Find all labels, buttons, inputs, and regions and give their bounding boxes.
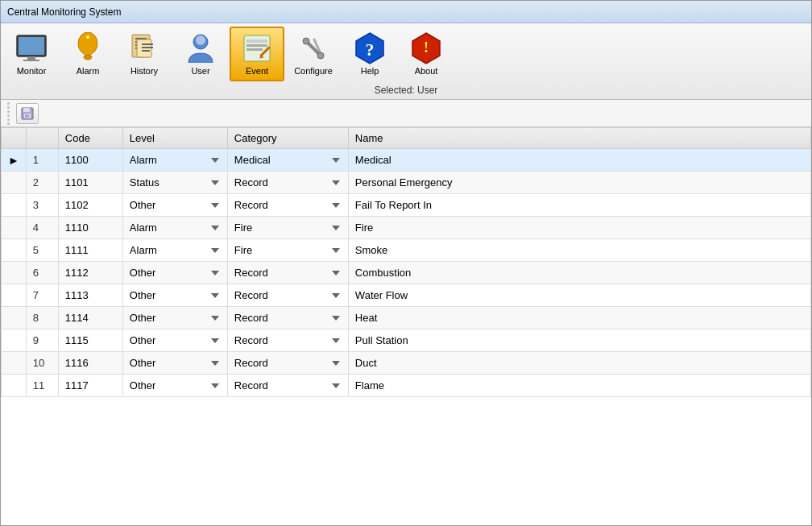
history-icon (128, 32, 160, 64)
table-row[interactable]: 41110AlarmStatusOtherMedicalRecordFireFi… (2, 217, 811, 239)
row-code: 1115 (58, 329, 122, 352)
row-category-select[interactable]: MedicalRecordFire (234, 244, 342, 256)
row-category-cell[interactable]: MedicalRecordFire (227, 352, 348, 375)
table-row[interactable]: 81114AlarmStatusOtherMedicalRecordFireHe… (2, 307, 811, 329)
row-level-cell[interactable]: AlarmStatusOther (122, 217, 227, 239)
monitor-label: Monitor (17, 66, 47, 76)
row-category-cell[interactable]: MedicalRecordFire (227, 217, 348, 239)
table-row[interactable]: 101116AlarmStatusOtherMedicalRecordFireD… (2, 352, 811, 375)
row-level-select[interactable]: AlarmStatusOther (130, 244, 221, 256)
row-level-select[interactable]: AlarmStatusOther (130, 289, 221, 301)
row-name: Flame (348, 375, 810, 397)
row-category-cell[interactable]: MedicalRecordFire (227, 194, 348, 217)
col-header-num (26, 128, 58, 149)
row-level-cell[interactable]: AlarmStatusOther (122, 194, 227, 217)
save-icon (21, 107, 34, 120)
toolbar-btn-user[interactable]: User (173, 27, 228, 81)
row-level-select[interactable]: AlarmStatusOther (130, 267, 221, 279)
table-row[interactable]: 111117AlarmStatusOtherMedicalRecordFireF… (2, 375, 811, 397)
col-header-indicator (2, 128, 27, 149)
user-label: User (191, 66, 209, 76)
history-label: History (130, 66, 158, 76)
row-category-cell[interactable]: MedicalRecordFire (227, 375, 348, 397)
row-category-cell[interactable]: MedicalRecordFire (227, 307, 348, 329)
svg-text:?: ? (366, 39, 375, 60)
toolbar-btn-about[interactable]: ! About (399, 27, 454, 81)
row-category-select[interactable]: MedicalRecordFire (234, 267, 342, 279)
row-category-cell[interactable]: MedicalRecordFire (227, 239, 348, 262)
toolbar-buttons-row: Monitor Alarm (1, 23, 811, 83)
row-code: 1112 (58, 262, 122, 284)
row-category-cell[interactable]: MedicalRecordFire (227, 149, 348, 172)
col-header-category: Category (227, 128, 348, 149)
event-label: Event (246, 66, 268, 76)
toolbar-btn-event[interactable]: Event (230, 27, 284, 81)
toolbar-btn-history[interactable]: History (117, 27, 172, 81)
table-row[interactable]: 71113AlarmStatusOtherMedicalRecordFireWa… (2, 284, 811, 307)
toolbar-btn-alarm[interactable]: Alarm (60, 27, 115, 81)
row-number: 6 (26, 262, 58, 284)
row-category-select[interactable]: MedicalRecordFire (234, 334, 342, 346)
table-row[interactable]: 31102AlarmStatusOtherMedicalRecordFireFa… (2, 194, 811, 217)
row-code: 1113 (58, 284, 122, 307)
row-category-select[interactable]: MedicalRecordFire (234, 379, 342, 391)
about-label: About (415, 66, 438, 76)
row-level-cell[interactable]: AlarmStatusOther (122, 172, 227, 194)
row-pointer (2, 194, 27, 217)
row-level-select[interactable]: AlarmStatusOther (130, 176, 221, 188)
row-level-cell[interactable]: AlarmStatusOther (122, 262, 227, 284)
row-pointer (2, 307, 27, 329)
toolbar-btn-monitor[interactable]: Monitor (4, 27, 59, 81)
table-row[interactable]: 21101AlarmStatusOtherMedicalRecordFirePe… (2, 172, 811, 194)
row-category-cell[interactable]: MedicalRecordFire (227, 172, 348, 194)
row-level-cell[interactable]: AlarmStatusOther (122, 352, 227, 375)
row-level-cell[interactable]: AlarmStatusOther (122, 329, 227, 352)
row-code: 1117 (58, 375, 122, 397)
row-level-select[interactable]: AlarmStatusOther (130, 199, 221, 211)
row-pointer (2, 239, 27, 262)
row-level-cell[interactable]: AlarmStatusOther (122, 284, 227, 307)
row-category-select[interactable]: MedicalRecordFire (234, 199, 342, 211)
row-level-select[interactable]: AlarmStatusOther (130, 154, 221, 166)
row-level-cell[interactable]: AlarmStatusOther (122, 239, 227, 262)
toolbar-btn-help[interactable]: ? Help (342, 27, 397, 81)
monitor-icon (15, 32, 48, 64)
table-row[interactable]: 51111AlarmStatusOtherMedicalRecordFireSm… (2, 239, 811, 262)
help-icon: ? (354, 32, 386, 64)
row-name: Fail To Report In (348, 194, 810, 217)
row-category-cell[interactable]: MedicalRecordFire (227, 284, 348, 307)
row-level-cell[interactable]: AlarmStatusOther (122, 375, 227, 397)
row-level-select[interactable]: AlarmStatusOther (130, 379, 221, 391)
event-table: Code Level Category Name ►11100AlarmStat… (1, 127, 811, 397)
row-name: Fire (348, 217, 810, 239)
row-category-select[interactable]: MedicalRecordFire (234, 154, 342, 166)
alarm-icon (72, 32, 104, 64)
row-category-select[interactable]: MedicalRecordFire (234, 176, 342, 188)
row-category-select[interactable]: MedicalRecordFire (234, 357, 342, 369)
table-row[interactable]: ►11100AlarmStatusOtherMedicalRecordFireM… (2, 149, 811, 172)
row-level-cell[interactable]: AlarmStatusOther (122, 149, 227, 172)
about-icon: ! (410, 32, 442, 64)
svg-text:!: ! (424, 39, 429, 56)
save-button[interactable] (16, 103, 39, 124)
table-row[interactable]: 61112AlarmStatusOtherMedicalRecordFireCo… (2, 262, 811, 284)
row-category-select[interactable]: MedicalRecordFire (234, 289, 342, 301)
row-category-cell[interactable]: MedicalRecordFire (227, 329, 348, 352)
toolbar-btn-configure[interactable]: Configure (286, 27, 341, 81)
row-level-select[interactable]: AlarmStatusOther (130, 222, 221, 234)
toolbar-status: Selected: User (1, 83, 811, 99)
row-level-select[interactable]: AlarmStatusOther (130, 334, 221, 346)
row-category-cell[interactable]: MedicalRecordFire (227, 262, 348, 284)
row-level-cell[interactable]: AlarmStatusOther (122, 307, 227, 329)
row-level-select[interactable]: AlarmStatusOther (130, 312, 221, 324)
col-header-name: Name (348, 128, 810, 149)
table-row[interactable]: 91115AlarmStatusOtherMedicalRecordFirePu… (2, 329, 811, 352)
row-number: 2 (26, 172, 58, 194)
row-level-select[interactable]: AlarmStatusOther (130, 357, 221, 369)
row-category-select[interactable]: MedicalRecordFire (234, 222, 342, 234)
row-name: Medical (348, 149, 810, 172)
row-category-select[interactable]: MedicalRecordFire (234, 312, 342, 324)
row-name: Pull Station (348, 329, 810, 352)
row-code: 1100 (58, 149, 122, 172)
row-name: Heat (348, 307, 810, 329)
